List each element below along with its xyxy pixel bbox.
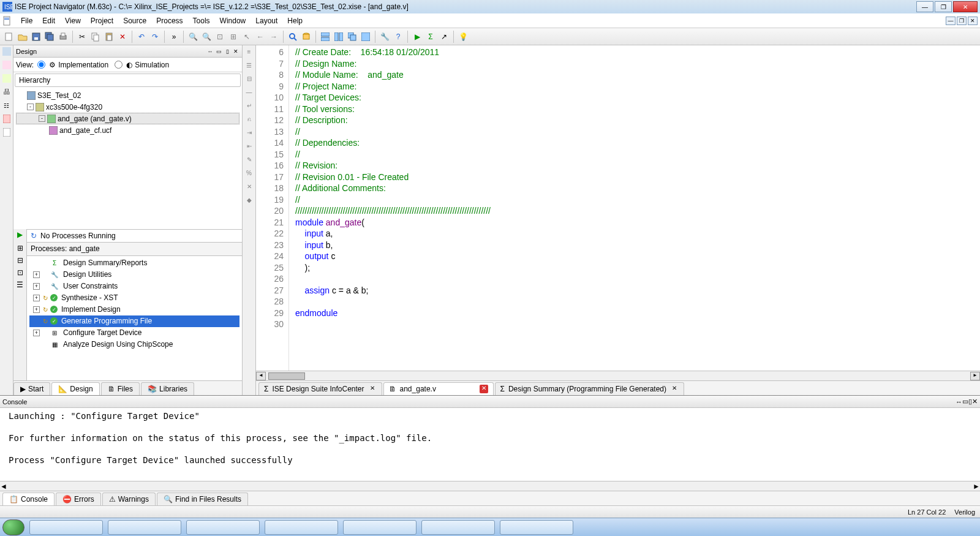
window-cascade-button[interactable] <box>346 31 358 43</box>
window-tile-v-button[interactable] <box>333 31 345 43</box>
menu-layout[interactable]: Layout <box>251 15 282 26</box>
taskbar-button-5[interactable] <box>343 520 417 535</box>
mdi-minimize-button[interactable]: — <box>946 17 956 25</box>
console-float-icon[interactable]: ▭ <box>962 398 968 406</box>
menu-help[interactable]: Help <box>282 15 307 26</box>
hierarchy-item[interactable]: -and_gate (and_gate.v) <box>16 113 239 124</box>
proc-icon-4[interactable]: ☰ <box>17 281 23 289</box>
menu-edit[interactable]: Edit <box>37 15 60 26</box>
save-all-button[interactable] <box>43 31 56 43</box>
taskbar-button-2[interactable] <box>108 520 181 535</box>
console-horizontal-scrollbar[interactable]: ◄► <box>0 481 980 491</box>
menu-view[interactable]: View <box>60 15 86 26</box>
ed-icon-6[interactable]: ⎌ <box>244 114 254 124</box>
back-button[interactable]: ← <box>254 31 266 43</box>
window-maximize-button[interactable]: ❐ <box>935 1 952 12</box>
open-button[interactable] <box>17 31 29 43</box>
editor-tab[interactable]: ΣDesign Summary (Programming File Genera… <box>495 382 685 395</box>
panel-move-icon[interactable]: ↔ <box>206 48 214 55</box>
more-button[interactable]: » <box>168 31 180 43</box>
block-icon[interactable]: ☷ <box>2 100 12 110</box>
process-item[interactable]: +↻✓Implement Design <box>29 304 239 315</box>
editor-horizontal-scrollbar[interactable]: ◄► <box>256 371 980 380</box>
proc-icon-1[interactable]: ⊞ <box>17 244 23 252</box>
ip-icon[interactable] <box>2 74 12 83</box>
hierarchy-tree[interactable]: S3E_Test_02-xc3s500e-4fg320-and_gate (an… <box>13 88 242 229</box>
ed-icon-10[interactable]: % <box>244 168 254 178</box>
design-tab-files[interactable]: 🗎Files <box>101 382 140 395</box>
console-close-icon[interactable]: ✕ <box>972 398 978 406</box>
code-editor[interactable]: 6 7 8 9 10 11 12 13 14 15 16 17 18 19 20… <box>256 45 980 371</box>
process-item[interactable]: ΣDesign Summary/Reports <box>29 257 239 269</box>
editor-tab[interactable]: ΣISE Design Suite InfoCenter✕ <box>258 382 382 395</box>
ed-icon-2[interactable]: ☰ <box>244 60 254 70</box>
ed-icon-12[interactable]: ◆ <box>244 195 254 205</box>
process-item[interactable]: +↻✓Synthesize - XST <box>29 292 239 304</box>
taskbar-button-1[interactable] <box>29 520 103 535</box>
proc-icon-2[interactable]: ⊟ <box>17 256 23 265</box>
process-item[interactable]: ↻✓Generate Programming File <box>29 315 239 327</box>
zoom-out-button[interactable]: 🔍 <box>200 31 213 43</box>
new-button[interactable] <box>3 31 15 43</box>
settings-button[interactable]: 🔧 <box>379 31 391 43</box>
taskbar-button-4[interactable] <box>265 520 338 535</box>
db-button[interactable] <box>300 31 312 43</box>
taskbar-button-3[interactable] <box>186 520 260 535</box>
view-implementation-radio[interactable] <box>37 61 45 69</box>
run-all-button[interactable]: Σ <box>424 31 437 43</box>
pointer-button[interactable]: ↖ <box>241 31 253 43</box>
menu-project[interactable]: Project <box>86 15 118 26</box>
design-tab-start[interactable]: ▶Start <box>13 382 50 395</box>
console-output[interactable]: Launching : "Configure Target Device" Fo… <box>0 408 980 481</box>
help-toggle-button[interactable]: ? <box>392 31 404 43</box>
ed-icon-4[interactable]: — <box>244 87 254 97</box>
panel-pin-icon[interactable]: ▯ <box>224 48 231 55</box>
zoom-fit-button[interactable]: ⊡ <box>214 31 226 43</box>
paste-button[interactable] <box>103 31 115 43</box>
hierarchy-item[interactable]: -xc3s500e-4fg320 <box>16 101 239 113</box>
view-simulation-radio[interactable] <box>115 61 123 69</box>
process-item[interactable]: ▦Analyze Design Using ChipScope <box>29 339 239 350</box>
ed-icon-8[interactable]: ⇤ <box>244 141 254 151</box>
menu-file[interactable]: File <box>16 15 37 26</box>
redo-button[interactable]: ↷ <box>149 31 161 43</box>
editor-tab[interactable]: 🗎and_gate.v✕ <box>383 382 494 395</box>
console-tab-errors[interactable]: ⛔Errors <box>56 493 101 505</box>
undo-button[interactable]: ↶ <box>135 31 148 43</box>
console-tab-console[interactable]: 📋Console <box>2 493 55 505</box>
tab-close-icon[interactable]: ✕ <box>670 385 679 393</box>
design-tab-design[interactable]: 📐Design <box>51 382 99 395</box>
window-single-button[interactable] <box>360 31 372 43</box>
processes-tree[interactable]: ΣDesign Summary/Reports+🔧Design Utilitie… <box>27 256 242 381</box>
source-icon[interactable] <box>2 47 12 56</box>
mdi-close-button[interactable]: ✕ <box>968 17 978 25</box>
taskbar-button-7[interactable] <box>500 520 573 535</box>
search-button[interactable] <box>287 31 299 43</box>
proc-icon-3[interactable]: ⊡ <box>17 268 23 277</box>
tips-button[interactable]: 💡 <box>457 31 469 43</box>
doc-icon[interactable] <box>2 127 12 137</box>
process-item[interactable]: +🔧Design Utilities <box>29 269 239 281</box>
panel-close-icon[interactable]: ✕ <box>232 48 239 55</box>
menu-window[interactable]: Window <box>215 15 251 26</box>
design-tab-libraries[interactable]: 📚Libraries <box>141 382 194 395</box>
ed-icon-1[interactable]: ≡ <box>244 47 254 56</box>
taskbar-button-6[interactable] <box>421 520 495 535</box>
menu-source[interactable]: Source <box>118 15 151 26</box>
menu-process[interactable]: Process <box>151 15 187 26</box>
ed-icon-11[interactable]: ✕ <box>244 181 254 191</box>
print-button[interactable] <box>57 31 69 43</box>
ed-icon-9[interactable]: ✎ <box>244 154 254 164</box>
ed-icon-7[interactable]: ⇥ <box>244 127 254 137</box>
copy-button[interactable] <box>89 31 102 43</box>
hierarchy-item[interactable]: S3E_Test_02 <box>16 89 239 101</box>
save-button[interactable] <box>30 31 42 43</box>
ed-icon-3[interactable]: ⊟ <box>244 74 254 83</box>
start-orb[interactable] <box>2 519 24 535</box>
ed-icon-5[interactable]: ↵ <box>244 100 254 110</box>
console-tab-warnings[interactable]: ⚠Warnings <box>102 493 156 505</box>
cut-button[interactable]: ✂ <box>76 31 88 43</box>
zoom-area-button[interactable]: ⊞ <box>227 31 239 43</box>
window-close-button[interactable]: ✕ <box>953 1 978 12</box>
launch-button[interactable]: ↗ <box>438 31 450 43</box>
